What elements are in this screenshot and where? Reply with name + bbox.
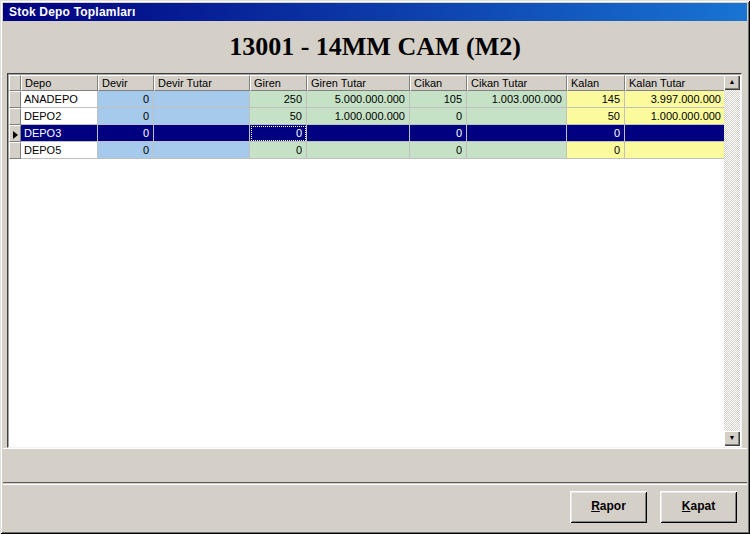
button-panel: Rapor Kapat (3, 484, 747, 531)
row-selector[interactable] (9, 91, 21, 108)
cell-cikan_tutar[interactable] (467, 108, 567, 125)
cell-kalan[interactable]: 0 (567, 142, 625, 159)
cell-cikan[interactable]: 0 (410, 108, 467, 125)
cell-depo[interactable]: DEPO2 (21, 108, 98, 125)
cell-devir_tutar[interactable] (154, 125, 250, 142)
cell-giren[interactable]: 0 (250, 125, 307, 142)
column-header-cikan_tutar[interactable]: Cikan Tutar (467, 75, 567, 91)
scroll-down-icon[interactable]: ▼ (724, 431, 740, 446)
cell-cikan_tutar[interactable] (467, 142, 567, 159)
cell-giren_tutar[interactable]: 5.000.000.000 (307, 91, 410, 108)
table-row[interactable]: DEPO50000 (9, 142, 724, 159)
cell-devir[interactable]: 0 (98, 125, 154, 142)
cell-giren[interactable]: 50 (250, 108, 307, 125)
cell-kalan[interactable]: 145 (567, 91, 625, 108)
column-header-giren[interactable]: Giren (250, 75, 307, 91)
cell-devir[interactable]: 0 (98, 108, 154, 125)
cell-depo[interactable]: DEPO5 (21, 142, 98, 159)
kapat-button[interactable]: Kapat (660, 491, 737, 523)
cell-kalan_tutar[interactable] (625, 125, 724, 142)
column-header-depo[interactable]: Depo (21, 75, 98, 91)
cell-devir_tutar[interactable] (154, 142, 250, 159)
cell-kalan[interactable]: 0 (567, 125, 625, 142)
data-grid-body: DepoDevirDevir TutarGirenGiren TutarCika… (9, 75, 724, 446)
cell-cikan_tutar[interactable]: 1.003.000.000 (467, 91, 567, 108)
vertical-scrollbar[interactable]: ▲ ▼ (724, 75, 740, 446)
column-header-kalan_tutar[interactable]: Kalan Tutar (625, 75, 724, 91)
current-row-arrow-icon (13, 131, 18, 139)
cell-devir[interactable]: 0 (98, 91, 154, 108)
scroll-up-icon[interactable]: ▲ (724, 75, 740, 90)
cell-cikan[interactable]: 105 (410, 91, 467, 108)
cell-devir_tutar[interactable] (154, 108, 250, 125)
cell-depo[interactable]: ANADEPO (21, 91, 98, 108)
cell-giren[interactable]: 0 (250, 142, 307, 159)
column-header-giren_tutar[interactable]: Giren Tutar (307, 75, 410, 91)
window-title: Stok Depo Toplamları (9, 5, 135, 19)
cell-kalan[interactable]: 50 (567, 108, 625, 125)
cell-cikan[interactable]: 0 (410, 142, 467, 159)
cell-devir_tutar[interactable] (154, 91, 250, 108)
cell-giren[interactable]: 250 (250, 91, 307, 108)
data-grid: DepoDevirDevir TutarGirenGiren TutarCika… (7, 73, 742, 448)
table-header-row: DepoDevirDevir TutarGirenGiren TutarCika… (9, 75, 724, 91)
table-row[interactable]: ANADEPO02505.000.000.0001051.003.000.000… (9, 91, 724, 108)
cell-giren_tutar[interactable] (307, 142, 410, 159)
selector-column-header (9, 75, 21, 91)
table-body: ANADEPO02505.000.000.0001051.003.000.000… (9, 91, 724, 159)
table-row[interactable]: DEPO20501.000.000.0000501.000.000.000 (9, 108, 724, 125)
row-selector[interactable] (9, 125, 21, 142)
row-selector[interactable] (9, 142, 21, 159)
stock-table: DepoDevirDevir TutarGirenGiren TutarCika… (9, 75, 724, 159)
row-selector[interactable] (9, 108, 21, 125)
cell-kalan_tutar[interactable]: 3.997.000.000 (625, 91, 724, 108)
rapor-button[interactable]: Rapor (570, 491, 647, 523)
column-header-devir[interactable]: Devir (98, 75, 154, 91)
window-titlebar[interactable]: Stok Depo Toplamları (3, 3, 747, 21)
cell-kalan_tutar[interactable]: 1.000.000.000 (625, 108, 724, 125)
table-row[interactable]: DEPO30000 (9, 125, 724, 142)
cell-devir[interactable]: 0 (98, 142, 154, 159)
column-header-devir_tutar[interactable]: Devir Tutar (154, 75, 250, 91)
spacer-panel (3, 448, 747, 483)
cell-depo[interactable]: DEPO3 (21, 125, 98, 142)
cell-cikan_tutar[interactable] (467, 125, 567, 142)
column-header-kalan[interactable]: Kalan (567, 75, 625, 91)
cell-kalan_tutar[interactable] (625, 142, 724, 159)
stock-depot-totals-window: Stok Depo Toplamları 13001 - 14MM CAM (M… (0, 0, 750, 534)
cell-cikan[interactable]: 0 (410, 125, 467, 142)
page-title: 13001 - 14MM CAM (M2) (3, 21, 747, 73)
cell-giren_tutar[interactable]: 1.000.000.000 (307, 108, 410, 125)
cell-giren_tutar[interactable] (307, 125, 410, 142)
column-header-cikan[interactable]: Cikan (410, 75, 467, 91)
